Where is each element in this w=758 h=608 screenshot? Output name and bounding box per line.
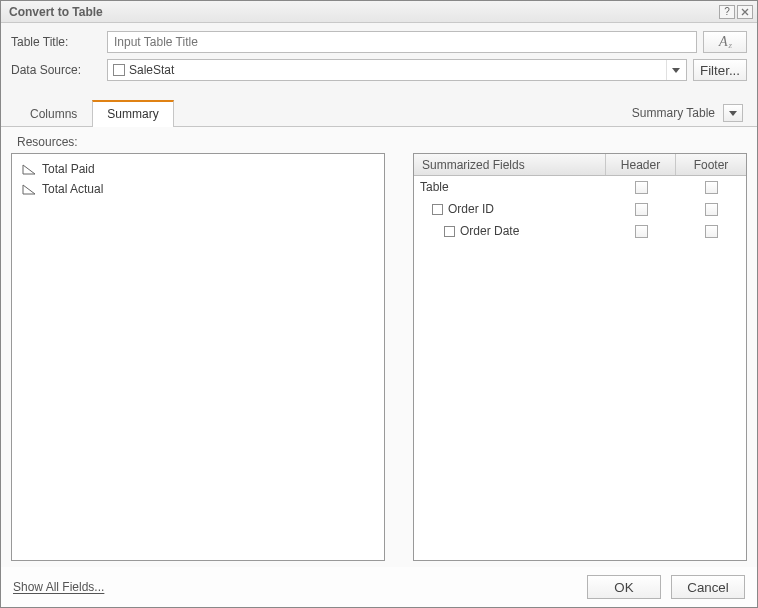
close-icon[interactable] — [737, 5, 753, 19]
convert-to-table-dialog: Convert to Table ? Table Title: Az Data … — [0, 0, 758, 608]
col-header-footer[interactable]: Footer — [676, 154, 746, 175]
titlebar: Convert to Table ? — [1, 1, 757, 23]
dataset-icon — [113, 64, 125, 76]
dialog-footer: Show All Fields... OK Cancel — [1, 567, 757, 607]
measure-icon — [22, 164, 36, 174]
resource-item[interactable]: Total Actual — [22, 182, 374, 196]
summarized-fields-grid: Summarized Fields Header Footer Table Or… — [413, 153, 747, 561]
resources-panel: Resources: Total Paid Total Actual — [11, 133, 385, 561]
help-icon[interactable]: ? — [719, 5, 735, 19]
header-checkbox[interactable] — [635, 181, 648, 194]
table-title-input[interactable] — [107, 31, 697, 53]
footer-checkbox[interactable] — [705, 225, 718, 238]
data-source-value: SaleStat — [129, 63, 666, 77]
row-label: Order Date — [460, 224, 519, 238]
col-header-header[interactable]: Header — [606, 154, 676, 175]
resources-label: Resources: — [17, 135, 385, 149]
resource-label: Total Actual — [42, 182, 103, 196]
field-icon — [432, 204, 443, 215]
summary-table-select[interactable]: Summary Table — [632, 104, 747, 126]
footer-checkbox[interactable] — [705, 181, 718, 194]
resource-item[interactable]: Total Paid — [22, 162, 374, 176]
tab-summary[interactable]: Summary — [92, 100, 173, 127]
data-source-combo[interactable]: SaleStat — [107, 59, 687, 81]
resources-list: Total Paid Total Actual — [11, 153, 385, 561]
footer-checkbox[interactable] — [705, 203, 718, 216]
resource-label: Total Paid — [42, 162, 95, 176]
tab-columns[interactable]: Columns — [15, 101, 92, 127]
tab-content: Resources: Total Paid Total Actual — [1, 127, 757, 567]
measure-icon — [22, 184, 36, 194]
chevron-down-icon — [666, 60, 684, 80]
summarized-fields-panel: Summarized Fields Header Footer Table Or… — [413, 133, 747, 561]
form-area: Table Title: Az Data Source: SaleStat Fi… — [1, 23, 757, 91]
grid-row[interactable]: Table — [414, 176, 746, 198]
data-source-label: Data Source: — [11, 63, 101, 77]
chevron-down-icon — [723, 104, 743, 122]
cancel-button[interactable]: Cancel — [671, 575, 745, 599]
tabs-bar: Columns Summary Summary Table — [1, 91, 757, 127]
col-header-fields[interactable]: Summarized Fields — [414, 154, 606, 175]
field-icon — [444, 226, 455, 237]
grid-row[interactable]: Order Date — [414, 220, 746, 242]
table-title-label: Table Title: — [11, 35, 101, 49]
summary-table-label: Summary Table — [632, 106, 715, 120]
header-checkbox[interactable] — [635, 203, 648, 216]
row-label: Table — [414, 180, 606, 194]
filter-button[interactable]: Filter... — [693, 59, 747, 81]
font-button[interactable]: Az — [703, 31, 747, 53]
ok-button[interactable]: OK — [587, 575, 661, 599]
header-checkbox[interactable] — [635, 225, 648, 238]
grid-header: Summarized Fields Header Footer — [414, 154, 746, 176]
row-label: Order ID — [448, 202, 494, 216]
show-all-fields-link[interactable]: Show All Fields... — [13, 580, 104, 594]
window-title: Convert to Table — [9, 5, 717, 19]
grid-row[interactable]: Order ID — [414, 198, 746, 220]
